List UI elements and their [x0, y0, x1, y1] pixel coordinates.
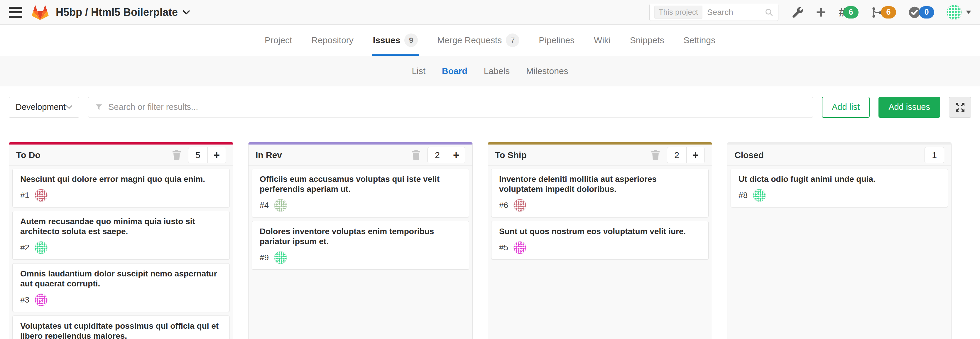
list-counter: 5 +	[188, 147, 226, 163]
issue-title[interactable]: Ut dicta odio fugit animi unde quia.	[738, 174, 940, 184]
assignee-avatar	[514, 199, 527, 212]
subnav-milestones[interactable]: Milestones	[526, 66, 568, 76]
search-icon	[765, 8, 773, 17]
assignee-avatar	[35, 241, 48, 254]
issue-title[interactable]: Nesciunt qui dolore error magni quo quia…	[20, 174, 222, 184]
gitlab-logo-icon[interactable]	[31, 4, 49, 21]
issue-card[interactable]: Omnis laudantium dolor suscipit nemo asp…	[12, 263, 230, 312]
todos-counter[interactable]: 0	[908, 6, 934, 19]
column-title: To Ship	[495, 150, 651, 160]
board-selector-dropdown[interactable]: Development	[9, 97, 79, 118]
issue-count: 2	[428, 147, 447, 163]
todos-count-badge: 0	[919, 6, 934, 19]
board-column-closed: Closed 1 Ut dicta odio fugit animi unde …	[727, 142, 951, 339]
issue-title[interactable]: Voluptates ut cupiditate possimus qui of…	[20, 321, 222, 339]
column-header: To Ship 2 +	[488, 144, 712, 166]
issue-count: 1	[925, 147, 944, 163]
issue-title[interactable]: Omnis laudantium dolor suscipit nemo asp…	[20, 269, 222, 289]
issue-card[interactable]: Dolores inventore voluptas enim temporib…	[252, 221, 469, 270]
add-issue-to-list-button[interactable]: +	[207, 147, 226, 163]
delete-list-icon[interactable]	[651, 150, 660, 161]
issue-card[interactable]: Officiis eum accusamus voluptas qui iste…	[252, 169, 469, 217]
mr-count-badge: 6	[881, 6, 896, 19]
card-list: Nesciunt qui dolore error magni quo quia…	[9, 166, 233, 339]
card-list: Officiis eum accusamus voluptas qui iste…	[248, 166, 473, 276]
issue-title[interactable]: Officiis eum accusamus voluptas qui iste…	[260, 174, 461, 194]
fullscreen-expand-icon	[954, 101, 966, 114]
issue-id: #4	[260, 201, 269, 210]
merge-requests-counter[interactable]: 6	[871, 6, 896, 19]
tab-issues[interactable]: Issues 9	[372, 25, 419, 56]
issue-id: #5	[499, 243, 508, 252]
tab-project[interactable]: Project	[264, 25, 293, 56]
board-column-to-ship: To Ship 2 + Inventore deleniti mollitia …	[488, 142, 712, 339]
issue-card[interactable]: Sunt ut quos nostrum eos voluptatum veli…	[491, 221, 709, 260]
hamburger-menu-icon[interactable]	[9, 7, 22, 18]
search-placeholder: Search	[707, 8, 760, 17]
subnav-board[interactable]: Board	[442, 66, 468, 76]
assignee-avatar	[35, 189, 48, 202]
issues-tab-badge: 9	[404, 34, 418, 47]
tab-merge-requests[interactable]: Merge Requests 7	[436, 25, 520, 56]
top-navbar: H5bp / Html5 Boilerplate This project Se…	[0, 0, 980, 25]
tab-repository[interactable]: Repository	[310, 25, 355, 56]
issue-card[interactable]: Voluptates ut cupiditate possimus qui of…	[12, 315, 230, 339]
tab-wiki[interactable]: Wiki	[593, 25, 612, 56]
add-issue-to-list-button[interactable]: +	[447, 147, 465, 163]
issues-subnav: List Board Labels Milestones	[0, 56, 980, 86]
issue-title[interactable]: Sunt ut quos nostrum eos voluptatum veli…	[499, 227, 701, 237]
assignee-avatar	[35, 293, 48, 306]
add-issue-to-list-button[interactable]: +	[686, 147, 705, 163]
new-plus-icon[interactable]	[815, 7, 827, 18]
global-search-input[interactable]: This project Search	[649, 4, 778, 21]
issue-id: #2	[20, 243, 29, 252]
admin-wrench-icon[interactable]	[792, 7, 803, 18]
card-list: Ut dicta odio fugit animi unde quia. #8	[727, 166, 951, 214]
assignee-avatar	[753, 189, 766, 202]
assignee-avatar	[514, 241, 527, 254]
column-title: Closed	[734, 150, 924, 160]
delete-list-icon[interactable]	[411, 150, 421, 161]
tab-pipelines[interactable]: Pipelines	[538, 25, 576, 56]
search-scope-chip: This project	[654, 6, 702, 19]
project-title: H5bp / Html5 Boilerplate	[56, 6, 178, 19]
issue-card[interactable]: Inventore deleniti mollitia aut asperior…	[491, 169, 709, 217]
filter-search-wrapper	[88, 97, 813, 118]
filter-search-input[interactable]	[108, 102, 806, 112]
subnav-list[interactable]: List	[412, 66, 425, 76]
add-issues-button[interactable]: Add issues	[878, 97, 940, 118]
mr-tab-badge: 7	[506, 34, 519, 47]
issue-count: 2	[667, 147, 686, 163]
issue-title[interactable]: Inventore deleniti mollitia aut asperior…	[499, 174, 701, 194]
issue-card[interactable]: Autem recusandae quo minima quia iusto s…	[12, 211, 230, 260]
column-title: In Rev	[256, 150, 411, 160]
board-column-in-rev: In Rev 2 + Officiis eum accusamus volupt…	[248, 142, 473, 339]
issue-card[interactable]: Ut dicta odio fugit animi unde quia. #8	[730, 169, 948, 207]
issue-board: To Do 5 + Nesciunt qui dolore error magn…	[0, 128, 980, 339]
tab-snippets[interactable]: Snippets	[629, 25, 665, 56]
board-column-todo: To Do 5 + Nesciunt qui dolore error magn…	[9, 142, 233, 339]
subnav-labels[interactable]: Labels	[484, 66, 510, 76]
project-title-dropdown[interactable]: H5bp / Html5 Boilerplate	[56, 6, 190, 19]
tab-settings[interactable]: Settings	[682, 25, 716, 56]
issue-id: #6	[499, 201, 508, 210]
assignee-avatar	[274, 251, 287, 264]
user-avatar	[947, 5, 962, 20]
issue-id: #3	[20, 295, 29, 305]
issue-card[interactable]: Nesciunt qui dolore error magni quo quia…	[12, 169, 230, 207]
issue-id: #9	[260, 253, 269, 262]
column-header: Closed 1	[727, 144, 951, 166]
issues-counter[interactable]: # 6	[839, 5, 859, 19]
delete-list-icon[interactable]	[172, 150, 181, 161]
issue-title[interactable]: Dolores inventore voluptas enim temporib…	[260, 227, 461, 246]
issue-title[interactable]: Autem recusandae quo minima quia iusto s…	[20, 216, 222, 237]
issue-id: #8	[738, 191, 748, 200]
user-menu[interactable]	[947, 5, 971, 20]
fullscreen-button[interactable]	[949, 97, 971, 118]
chevron-down-icon	[66, 105, 73, 109]
column-title: To Do	[16, 150, 172, 160]
add-list-button[interactable]: Add list	[822, 97, 870, 118]
column-header: In Rev 2 +	[248, 144, 473, 166]
assignee-avatar	[274, 199, 287, 212]
list-counter: 1	[924, 147, 944, 163]
